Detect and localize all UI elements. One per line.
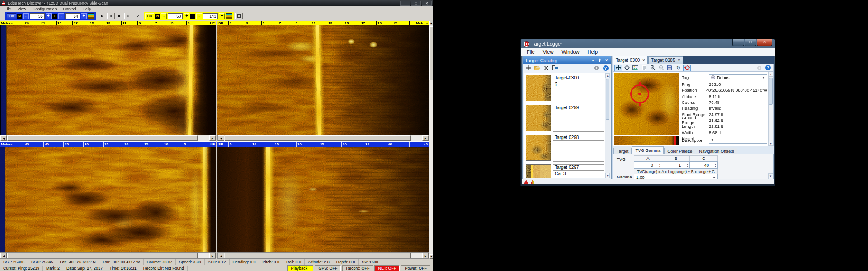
- scroll-thumb[interactable]: [429, 26, 433, 80]
- scroll-left-icon[interactable]: [0, 136, 7, 141]
- scroll-thumb[interactable]: [225, 136, 411, 141]
- minimize-button[interactable]: [732, 39, 744, 46]
- target-sonar-image[interactable]: [614, 73, 679, 135]
- menu-control[interactable]: Control: [60, 7, 79, 11]
- panel-menu-caret-icon[interactable]: ▾: [590, 58, 595, 63]
- hf-n-minus-button[interactable]: -: [23, 13, 29, 19]
- description-input[interactable]: ?: [709, 137, 767, 144]
- scroll-left-icon[interactable]: [218, 253, 224, 258]
- pin-icon[interactable]: [597, 58, 602, 63]
- menu-help[interactable]: Help: [79, 7, 94, 11]
- scroll-right-icon[interactable]: [422, 253, 429, 258]
- scroll-right-icon[interactable]: [209, 136, 216, 141]
- scroll-thumb[interactable]: [7, 136, 198, 141]
- stop-button[interactable]: ■: [116, 13, 123, 19]
- tab-close-icon[interactable]: ✕: [677, 58, 680, 62]
- scroll-thumb[interactable]: [225, 253, 411, 258]
- hf-n-plus-button[interactable]: +: [46, 13, 52, 19]
- catalog-item-target-0299[interactable]: Target-0299: [524, 103, 605, 133]
- hf-port-hscrollbar[interactable]: [0, 135, 216, 141]
- menu-configuration[interactable]: Configuration: [29, 7, 60, 11]
- scroll-up-icon[interactable]: [429, 21, 433, 25]
- delete-target-icon[interactable]: [543, 65, 549, 71]
- menu-view[interactable]: View: [14, 7, 29, 11]
- sonar-lf-starboard-display[interactable]: [217, 147, 429, 252]
- signal-levels-icon[interactable]: [531, 180, 534, 184]
- mark-target-crosshair-icon[interactable]: [683, 65, 691, 71]
- scroll-down-icon[interactable]: [769, 141, 773, 146]
- scroll-track[interactable]: [605, 78, 610, 173]
- scroll-up-icon[interactable]: [769, 72, 773, 77]
- scroll-up-icon[interactable]: [605, 73, 610, 78]
- tvg-b-value[interactable]: 1: [662, 162, 686, 168]
- scroll-track[interactable]: [7, 136, 209, 141]
- layout-grid-button[interactable]: [235, 13, 243, 19]
- hf-starboard-hscrollbar[interactable]: [217, 135, 429, 141]
- tab-navigation-offsets[interactable]: Navigation Offsets: [696, 148, 737, 154]
- tvg-a-spinner[interactable]: 0▲▼: [634, 161, 662, 169]
- menu-file[interactable]: File: [1, 7, 14, 11]
- tab-target-0300[interactable]: Target-0300 ✕: [613, 56, 648, 64]
- hf-t-value-field[interactable]: 54: [65, 13, 80, 19]
- scroll-thumb[interactable]: [769, 78, 773, 105]
- sonar-lf-port-display[interactable]: [0, 147, 216, 252]
- tvg-c-spinner[interactable]: 40▲▼: [690, 161, 718, 169]
- scroll-right-icon[interactable]: [422, 136, 429, 141]
- zoom-out-icon[interactable]: [657, 65, 665, 71]
- maximize-button[interactable]: [411, 1, 421, 6]
- lf-n-value-field[interactable]: 58: [168, 13, 183, 19]
- menu-file[interactable]: File: [523, 49, 539, 55]
- tvg-a-value[interactable]: 0: [634, 162, 658, 168]
- lf-n-minus-button[interactable]: -: [161, 13, 167, 19]
- save-image-icon[interactable]: [666, 65, 674, 71]
- toolbar-grip[interactable]: [2, 13, 3, 19]
- minimize-button[interactable]: [400, 1, 410, 6]
- tab-tvg-gamma[interactable]: TVG Gamma: [632, 146, 664, 154]
- add-target-icon[interactable]: [525, 65, 531, 71]
- close-button[interactable]: [422, 1, 432, 6]
- target-desc-field[interactable]: [553, 141, 604, 162]
- hf-n-value-field[interactable]: 35: [30, 13, 45, 19]
- catalog-vscrollbar[interactable]: [605, 73, 610, 178]
- fast-forward-button[interactable]: »: [124, 13, 132, 19]
- target-name-field[interactable]: Target-0300: [553, 75, 604, 81]
- settings-gear-icon[interactable]: [594, 65, 599, 71]
- scroll-left-icon[interactable]: [0, 253, 7, 258]
- zoom-in-icon[interactable]: [649, 65, 656, 71]
- edgetech-titlebar[interactable]: EdgeTech Discover - 4125D Dual Frequency…: [0, 0, 433, 6]
- lf-palette-icon[interactable]: [226, 13, 232, 19]
- target-context-strip[interactable]: [614, 136, 679, 145]
- target-thumbnail[interactable]: [526, 105, 551, 131]
- scroll-track[interactable]: [224, 253, 422, 258]
- scroll-track[interactable]: [429, 25, 433, 254]
- target-thumbnail[interactable]: [526, 164, 551, 178]
- hf-palette-icon[interactable]: [88, 13, 94, 19]
- export-targets-icon[interactable]: [552, 65, 558, 71]
- play-button[interactable]: ►: [99, 13, 106, 19]
- menu-view[interactable]: View: [539, 49, 558, 55]
- target-thumbnail[interactable]: [526, 135, 551, 161]
- refresh-icon[interactable]: ↻: [675, 65, 682, 71]
- scroll-track[interactable]: [224, 136, 422, 141]
- main-vscrollbar[interactable]: [429, 21, 433, 259]
- confirm-button[interactable]: ✓: [135, 13, 142, 19]
- sonar-hf-port-display[interactable]: [0, 25, 216, 135]
- catalog-item-target-0298[interactable]: Target-0298: [524, 133, 605, 163]
- target-name-field[interactable]: Target-0297: [553, 164, 604, 171]
- tab-target-0285[interactable]: Target-0285 ✕: [648, 56, 683, 64]
- scroll-track[interactable]: [7, 253, 209, 258]
- lf-port-hscrollbar[interactable]: [0, 252, 216, 259]
- tvg-b-spinner[interactable]: 1▲▼: [662, 161, 690, 169]
- scroll-left-icon[interactable]: [218, 136, 224, 141]
- pause-button[interactable]: II: [107, 13, 115, 19]
- report-document-icon[interactable]: [640, 65, 648, 71]
- tab-color-palette[interactable]: Color Palette: [664, 148, 695, 154]
- close-button[interactable]: [757, 39, 772, 46]
- lf-t-minus-button[interactable]: -: [196, 13, 202, 19]
- maximize-button[interactable]: [745, 39, 756, 46]
- target-name-field[interactable]: Target-0299: [553, 105, 604, 111]
- hf-t-plus-button[interactable]: +: [81, 13, 87, 19]
- target-thumbnail[interactable]: [526, 75, 551, 101]
- measure-diamond-icon[interactable]: [623, 65, 631, 71]
- hf-on-button[interactable]: On: [7, 13, 16, 19]
